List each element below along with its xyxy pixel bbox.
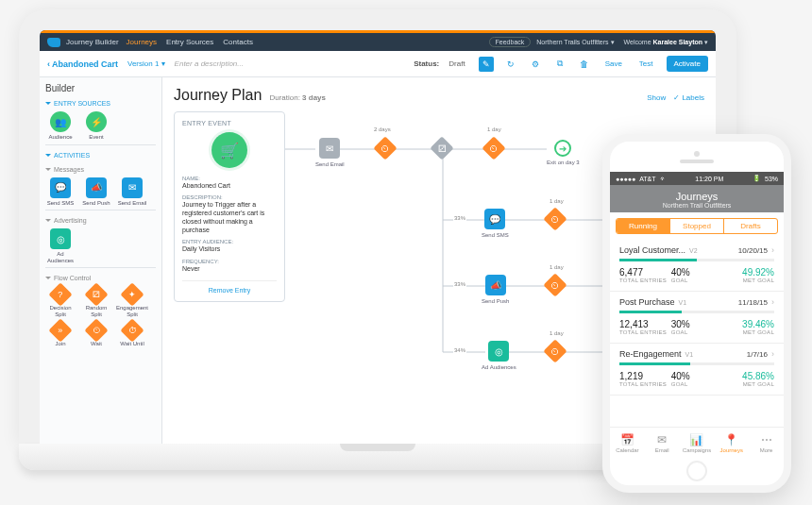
app-topbar: Journey Builder Journeys Entry Sources C… <box>40 30 716 51</box>
ad-icon: ◎ <box>50 228 71 249</box>
tile-event[interactable]: ⚡Event <box>81 111 111 141</box>
tile-decision-split[interactable]: ?Decision Split <box>45 286 76 317</box>
node-send-email[interactable]: ✉Send Email <box>315 138 345 167</box>
show-toggle[interactable]: Show <box>647 93 666 102</box>
activate-button[interactable]: Activate <box>667 56 708 72</box>
section-entry-sources[interactable]: ENTRY SOURCES <box>45 99 156 108</box>
tile-audience[interactable]: 👥Audience <box>45 111 76 141</box>
signal-icon: ●●●●● <box>616 176 635 182</box>
journey-row[interactable]: Post PurchaseV111/18/15› 12,413TOTAL ENT… <box>610 292 784 344</box>
tab-journeys[interactable]: 📍Journeys <box>714 428 749 459</box>
phone-header: Journeys Northern Trail Outfitters <box>610 185 784 212</box>
tile-join[interactable]: »Join <box>45 322 76 347</box>
wait-until-icon: ⏱ <box>120 318 144 342</box>
node-wait-1day-b[interactable]: ⏲ <box>547 210 564 227</box>
seg-running[interactable]: Running <box>617 219 669 233</box>
push-icon: 📣 <box>485 275 506 295</box>
phone-frame: ●●●●● AT&T ᯤ 11:20 PM 🔋 53% Journeys Nor… <box>602 134 791 493</box>
node-wait-1day-d[interactable]: ⏲ <box>547 343 564 360</box>
nav-journeys[interactable]: Journeys <box>127 38 157 46</box>
canvas-title: Journey Plan <box>174 87 262 104</box>
group-flow-control[interactable]: Flow Control <box>45 274 156 282</box>
node-send-sms[interactable]: 💬Send SMS <box>482 209 509 238</box>
group-advertising[interactable]: Advertising <box>45 216 156 225</box>
tile-wait-until[interactable]: ⏱Wait Until <box>117 322 147 347</box>
tile-send-sms[interactable]: 💬Send SMS <box>45 177 76 207</box>
status-value: Draft <box>448 59 465 68</box>
random-icon: ⚂ <box>84 283 108 307</box>
engagement-icon: ✦ <box>120 283 144 307</box>
tile-ad-audiences[interactable]: ◎Ad Audiences <box>45 228 76 263</box>
duration: Duration: 3 days <box>269 93 326 102</box>
audience-icon: 👥 <box>50 111 71 132</box>
tile-send-email[interactable]: ✉Send Email <box>117 177 147 207</box>
seg-drafts[interactable]: Drafts <box>723 219 777 233</box>
salesforce-logo-icon <box>47 38 60 47</box>
segment-control[interactable]: Running Stopped Drafts <box>616 218 778 234</box>
cart-icon: 🛒 <box>211 132 247 168</box>
tab-campaigns[interactable]: 📊Campaigns <box>680 428 715 459</box>
journey-row[interactable]: Re-EngagementV11/7/16› 1,219TOTAL ENTRIE… <box>610 344 784 396</box>
entry-event-card[interactable]: ENTRY EVENT 🛒 NAME:Abandoned Cart DESCRI… <box>174 111 285 302</box>
wait-icon: ⏲ <box>84 318 108 342</box>
email-icon: ✉ <box>319 138 340 159</box>
mail-icon: ✉ <box>657 433 667 446</box>
tab-calendar[interactable]: 📅Calendar <box>610 428 645 459</box>
wifi-icon: ᯤ <box>660 176 667 182</box>
tile-wait[interactable]: ⏲Wait <box>81 322 111 347</box>
section-activities[interactable]: ACTIVITIES <box>45 151 156 160</box>
tile-send-push[interactable]: 📣Send Push <box>81 177 111 207</box>
remove-entry-link[interactable]: Remove Entry <box>182 280 277 294</box>
node-wait-1day-c[interactable]: ⏲ <box>547 277 564 294</box>
test-button[interactable]: Test <box>635 59 657 68</box>
product-name: Journey Builder <box>66 38 119 46</box>
settings-icon[interactable]: ⚙ <box>528 57 543 72</box>
nav-entry-sources[interactable]: Entry Sources <box>166 38 213 46</box>
save-button[interactable]: Save <box>601 59 626 68</box>
node-ad-audiences[interactable]: ◎Ad Audiences <box>482 341 516 370</box>
copy-icon[interactable]: ⧉ <box>552 57 567 72</box>
user-menu[interactable]: Welcome Karalee Slayton ▾ <box>624 39 708 46</box>
builder-sidebar: Builder ENTRY SOURCES 👥Audience ⚡Event A… <box>40 77 162 444</box>
tile-random-split[interactable]: ⚂Random Split <box>81 286 111 317</box>
back-link[interactable]: ‹Abandoned Cart <box>47 59 118 69</box>
home-button[interactable] <box>686 461 707 481</box>
node-wait-2days[interactable]: ⏲ <box>377 140 394 157</box>
node-exit-a[interactable]: ➔Exit on day 3 <box>547 140 580 165</box>
calendar-icon: 📅 <box>620 433 634 446</box>
email-icon: ✉ <box>122 177 143 198</box>
tile-engagement-split[interactable]: ✦Engagement Split <box>117 286 147 317</box>
journey-toolbar: ‹Abandoned Cart Version 1 ▾ Enter a desc… <box>40 51 716 77</box>
more-icon: ⋯ <box>761 433 772 446</box>
sidebar-title: Builder <box>45 83 156 93</box>
version-dropdown[interactable]: Version 1 ▾ <box>127 59 165 68</box>
battery-icon: 🔋 <box>753 175 761 182</box>
push-icon: 📣 <box>86 177 107 198</box>
decision-icon: ? <box>48 283 72 307</box>
node-random-split[interactable]: ⚂ <box>433 140 450 157</box>
event-icon: ⚡ <box>86 111 107 132</box>
node-wait-1day-a[interactable]: ⏲ <box>485 140 502 157</box>
nav-contacts[interactable]: Contacts <box>223 38 253 46</box>
labels-toggle[interactable]: ✓ Labels <box>673 93 704 102</box>
ad-icon: ◎ <box>488 341 509 362</box>
pin-icon: 📍 <box>724 433 738 446</box>
tab-email[interactable]: ✉Email <box>645 428 680 459</box>
account-switcher[interactable]: Northern Trails Outfitters ▾ <box>536 39 614 46</box>
journey-row[interactable]: Loyal Customer...V210/20/15› 6,477TOTAL … <box>610 240 784 292</box>
group-messages[interactable]: Messages <box>45 165 156 174</box>
history-icon[interactable]: ↻ <box>503 57 518 72</box>
sms-icon: 💬 <box>484 209 505 229</box>
phone-tabbar: 📅Calendar ✉Email 📊Campaigns 📍Journeys ⋯M… <box>610 427 784 459</box>
exit-icon: ➔ <box>554 140 571 157</box>
edit-icon[interactable]: ✎ <box>479 57 494 72</box>
campaigns-icon: 📊 <box>689 433 703 446</box>
tab-more[interactable]: ⋯More <box>749 428 784 459</box>
delete-icon[interactable]: 🗑 <box>577 57 592 72</box>
description-input[interactable]: Enter a description... <box>175 59 244 68</box>
sms-icon: 💬 <box>50 177 71 198</box>
node-send-push[interactable]: 📣Send Push <box>482 275 509 304</box>
seg-stopped[interactable]: Stopped <box>669 219 723 233</box>
status-label: Status: <box>414 59 439 68</box>
feedback-button[interactable]: Feedback <box>489 37 532 47</box>
